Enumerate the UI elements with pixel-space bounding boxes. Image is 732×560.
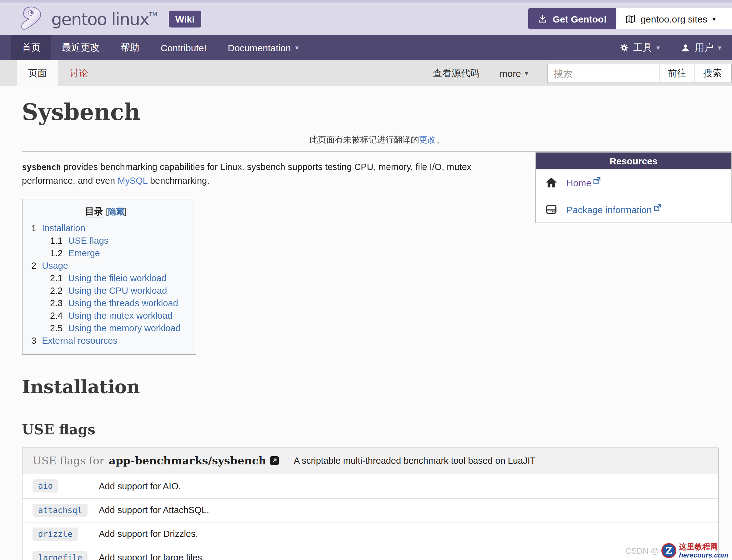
toc-item: 2.5Using the memory workload xyxy=(31,322,181,334)
toc-item: 3External resources xyxy=(31,334,181,347)
watermark-site-name: 这里教程网 xyxy=(679,543,728,551)
main-nav: 首页 最近更改 帮助 Contribute! Documentation ▾ xyxy=(0,35,732,60)
user-icon xyxy=(681,43,690,52)
use-flag-link[interactable]: aio xyxy=(33,480,58,493)
toc-number: 1.1 xyxy=(50,236,63,246)
drive-icon xyxy=(544,203,558,216)
toc-link[interactable]: USE flags xyxy=(68,236,108,246)
resource-row-home: Home xyxy=(536,169,731,196)
gentoo-sites-button[interactable]: gentoo.org sites ▾ xyxy=(616,8,732,29)
resources-header: Resources xyxy=(536,153,731,169)
notice-text: 。 xyxy=(436,135,444,144)
download-icon xyxy=(538,14,548,24)
tab-page[interactable]: 页面 xyxy=(17,60,58,86)
tab-spacer xyxy=(0,60,17,86)
toc-link[interactable]: Installation xyxy=(42,223,85,233)
use-flags-table: USE flags for app-benchmarks/sysbench A … xyxy=(22,447,719,560)
nav-item-home[interactable]: 首页 xyxy=(11,35,51,60)
nav-item-help[interactable]: 帮助 xyxy=(110,35,150,60)
toc-link[interactable]: Using the memory workload xyxy=(68,323,180,333)
get-gentoo-button[interactable]: Get Gentoo! xyxy=(528,8,616,29)
package-information-link[interactable]: Package information xyxy=(566,204,661,215)
page-tab-bar: 页面 讨论 查看源代码 more ▾ 前往 搜索 xyxy=(0,60,732,86)
nav-item-label: 帮助 xyxy=(121,42,139,53)
home-icon xyxy=(544,176,558,189)
more-label: more xyxy=(500,68,521,78)
use-flag-description: Add support for AIO. xyxy=(99,481,181,491)
csdn-watermark: CSDN @ Z 这里教程网 herecours.com xyxy=(625,543,728,559)
toc-link[interactable]: Using the mutex workload xyxy=(68,311,173,321)
nav-item-label: 首页 xyxy=(22,42,41,53)
toc-item: 1.1USE flags xyxy=(31,234,181,247)
gear-icon xyxy=(619,43,629,52)
tab-discussion[interactable]: 讨论 xyxy=(58,60,99,86)
package-name-link[interactable]: app-benchmarks/sysbench xyxy=(109,454,266,467)
package-description: A scriptable multi-threaded benchmark to… xyxy=(294,456,536,466)
nav-item-recent-changes[interactable]: 最近更改 xyxy=(51,35,110,60)
gentoo-wordmark: gentoo linuxTM xyxy=(51,9,157,28)
chevron-down-icon: ▾ xyxy=(712,15,716,22)
tab-discussion-label: 讨论 xyxy=(69,67,88,79)
toc-number: 2.3 xyxy=(50,298,63,308)
home-link[interactable]: Home xyxy=(566,177,601,188)
use-flag-link[interactable]: drizzle xyxy=(33,527,78,541)
trademark: TM xyxy=(149,11,158,17)
use-flags-header-prefix: USE flags for xyxy=(33,454,104,467)
chevron-down-icon: ▾ xyxy=(656,44,660,51)
toc-link[interactable]: Using the fileio workload xyxy=(68,273,166,283)
more-menu[interactable]: more ▾ xyxy=(490,68,538,78)
use-flag-link[interactable]: largefile xyxy=(33,551,88,560)
resource-row-package: Package information xyxy=(536,196,731,223)
search-button-label: 搜索 xyxy=(703,67,722,79)
toc-number: 2.4 xyxy=(50,311,63,321)
home-link-label: Home xyxy=(566,177,591,188)
nav-item-documentation[interactable]: Documentation ▾ xyxy=(217,35,309,60)
use-flag-description: Add support for Drizzles. xyxy=(99,529,198,539)
external-link-icon xyxy=(593,177,601,184)
intro-text: benchmarking. xyxy=(148,176,209,186)
site-header: gentoo linuxTM Wiki Get Gentoo! gentoo.o… xyxy=(0,0,732,35)
toc-item: 2.4Using the mutex workload xyxy=(31,309,181,322)
view-source-link[interactable]: 查看源代码 xyxy=(423,67,490,79)
search-input[interactable] xyxy=(548,64,659,82)
toc-hide-link[interactable]: 隐藏 xyxy=(108,207,124,216)
toc-number: 2.2 xyxy=(50,286,63,296)
toc-link[interactable]: Emerge xyxy=(68,248,100,258)
use-flag-row: largefile Add support for large files. xyxy=(23,546,718,560)
sysbench-code: sysbench xyxy=(22,163,61,172)
toc-bracket: [ xyxy=(106,207,108,216)
external-link-icon xyxy=(270,456,279,465)
nav-tools-menu[interactable]: 工具 ▾ xyxy=(609,35,670,60)
search-button[interactable]: 搜索 xyxy=(694,64,730,82)
toc-number: 3 xyxy=(31,336,36,346)
csdn-watermark-text: CSDN @ xyxy=(625,546,659,555)
toc-title: 目录 [隐藏] xyxy=(31,206,181,217)
nav-item-contribute[interactable]: Contribute! xyxy=(150,35,217,60)
nav-user-menu[interactable]: 用户 ▾ xyxy=(670,35,732,60)
go-button[interactable]: 前往 xyxy=(659,64,694,82)
toc-item: 2Usage xyxy=(31,259,181,272)
nav-user-label: 用户 xyxy=(695,42,714,53)
tab-page-label: 页面 xyxy=(28,67,47,79)
mysql-link[interactable]: MySQL xyxy=(118,176,148,186)
use-flag-link[interactable]: attachsql xyxy=(33,504,88,517)
wiki-badge[interactable]: Wiki xyxy=(168,10,201,27)
use-flag-row: attachsql Add support for AttachSQL. xyxy=(23,498,718,522)
toc-link[interactable]: External resources xyxy=(42,336,118,346)
notice-text: 此页面有未被标记进行翻译的 xyxy=(309,135,419,144)
toc-number: 1 xyxy=(31,223,36,233)
resources-box: Resources Home xyxy=(535,153,732,223)
nav-item-label: Contribute! xyxy=(161,42,207,53)
toc-item: 2.1Using the fileio workload xyxy=(31,272,181,284)
toc-heading: 目录 xyxy=(85,206,103,217)
use-flag-row: aio Add support for AIO. xyxy=(23,474,718,498)
map-icon xyxy=(625,13,635,24)
toc-link[interactable]: Usage xyxy=(42,261,68,271)
toc-number: 2 xyxy=(31,261,36,271)
toc-link[interactable]: Using the CPU workload xyxy=(68,286,167,296)
notice-changes-link[interactable]: 更改 xyxy=(419,135,436,144)
toc-link[interactable]: Using the threads workload xyxy=(68,298,178,308)
gentoo-logo[interactable]: gentoo linuxTM xyxy=(18,4,157,33)
gentoo-sites-label: gentoo.org sites xyxy=(640,13,707,24)
section-heading-installation: Installation xyxy=(22,376,732,404)
